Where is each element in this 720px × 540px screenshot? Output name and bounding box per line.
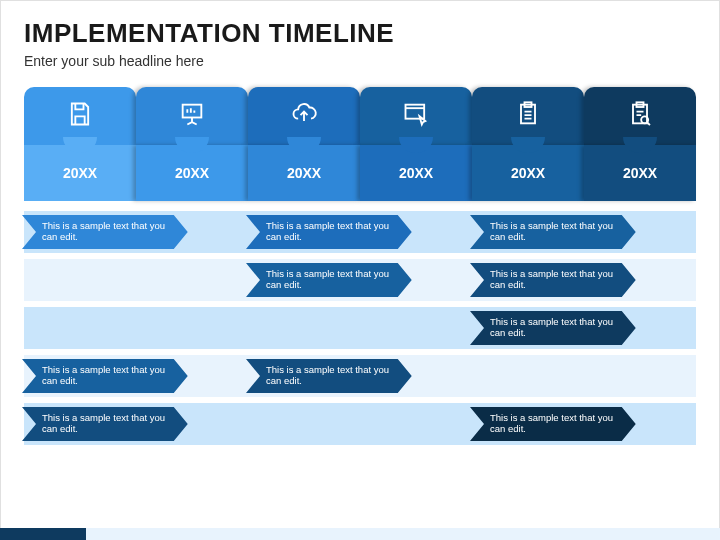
notch [175, 137, 209, 153]
task-text: This is a sample text that you can edit. [266, 365, 404, 387]
timeline-years: 20XX20XX20XX20XX20XX20XX [24, 145, 696, 201]
year-cell-0: 20XX [24, 145, 136, 201]
timeline-tabs [24, 87, 696, 145]
year-label: 20XX [623, 165, 657, 181]
year-cell-4: 20XX [472, 145, 584, 201]
svg-rect-0 [183, 105, 202, 118]
timeline: 20XX20XX20XX20XX20XX20XX This is a sampl… [24, 87, 696, 445]
task-row-4: This is a sample text that you can edit.… [24, 403, 696, 445]
notch [623, 137, 657, 153]
task-arrow[interactable]: This is a sample text that you can edit. [246, 359, 412, 393]
year-label: 20XX [511, 165, 545, 181]
task-text: This is a sample text that you can edit. [266, 221, 404, 243]
task-text: This is a sample text that you can edit. [490, 317, 628, 339]
year-cell-5: 20XX [584, 145, 696, 201]
svg-rect-1 [406, 105, 425, 119]
year-cell-1: 20XX [136, 145, 248, 201]
task-row-2: This is a sample text that you can edit. [24, 307, 696, 349]
task-text: This is a sample text that you can edit. [42, 413, 180, 435]
save-icon [66, 100, 94, 132]
timeline-rows: This is a sample text that you can edit.… [24, 211, 696, 445]
year-label: 20XX [175, 165, 209, 181]
task-text: This is a sample text that you can edit. [42, 221, 180, 243]
page-title: IMPLEMENTATION TIMELINE [24, 18, 696, 49]
year-cell-2: 20XX [248, 145, 360, 201]
task-arrow[interactable]: This is a sample text that you can edit. [22, 215, 188, 249]
task-arrow[interactable]: This is a sample text that you can edit. [246, 215, 412, 249]
task-text: This is a sample text that you can edit. [490, 413, 628, 435]
year-label: 20XX [287, 165, 321, 181]
task-row-0: This is a sample text that you can edit.… [24, 211, 696, 253]
clipboard-icon [514, 100, 542, 132]
notch [287, 137, 321, 153]
task-arrow[interactable]: This is a sample text that you can edit. [22, 359, 188, 393]
bottom-strip [0, 528, 720, 540]
year-label: 20XX [63, 165, 97, 181]
slide: IMPLEMENTATION TIMELINE Enter your sub h… [0, 0, 720, 540]
task-text: This is a sample text that you can edit. [490, 221, 628, 243]
task-arrow[interactable]: This is a sample text that you can edit. [470, 407, 636, 441]
cloud-upload-icon [290, 100, 318, 132]
task-text: This is a sample text that you can edit. [42, 365, 180, 387]
task-text: This is a sample text that you can edit. [266, 269, 404, 291]
task-arrow[interactable]: This is a sample text that you can edit. [22, 407, 188, 441]
task-arrow[interactable]: This is a sample text that you can edit. [470, 311, 636, 345]
notch [511, 137, 545, 153]
notch [399, 137, 433, 153]
task-arrow[interactable]: This is a sample text that you can edit. [246, 263, 412, 297]
task-row-3: This is a sample text that you can edit.… [24, 355, 696, 397]
clipboard-search-icon [626, 100, 654, 132]
year-label: 20XX [399, 165, 433, 181]
notch [63, 137, 97, 153]
task-text: This is a sample text that you can edit. [490, 269, 628, 291]
subtitle[interactable]: Enter your sub headline here [24, 53, 696, 69]
task-row-1: This is a sample text that you can edit.… [24, 259, 696, 301]
window-cursor-icon [402, 100, 430, 132]
task-arrow[interactable]: This is a sample text that you can edit. [470, 263, 636, 297]
presentation-icon [178, 100, 206, 132]
year-cell-3: 20XX [360, 145, 472, 201]
task-arrow[interactable]: This is a sample text that you can edit. [470, 215, 636, 249]
